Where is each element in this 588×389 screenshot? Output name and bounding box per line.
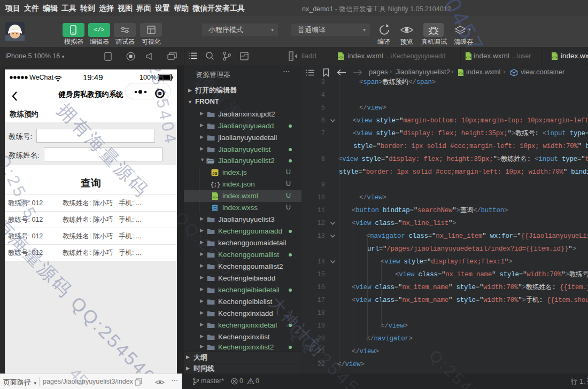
svg-text:JS: JS [212,171,218,176]
svg-text:<>: <> [552,56,558,60]
svg-text:<>: <> [213,196,218,200]
svg-text:<>: <> [466,56,471,60]
svg-text:<>: <> [459,72,463,76]
svg-text:{;}: {;} [211,182,220,188]
svg-text:<>: <> [338,56,344,60]
